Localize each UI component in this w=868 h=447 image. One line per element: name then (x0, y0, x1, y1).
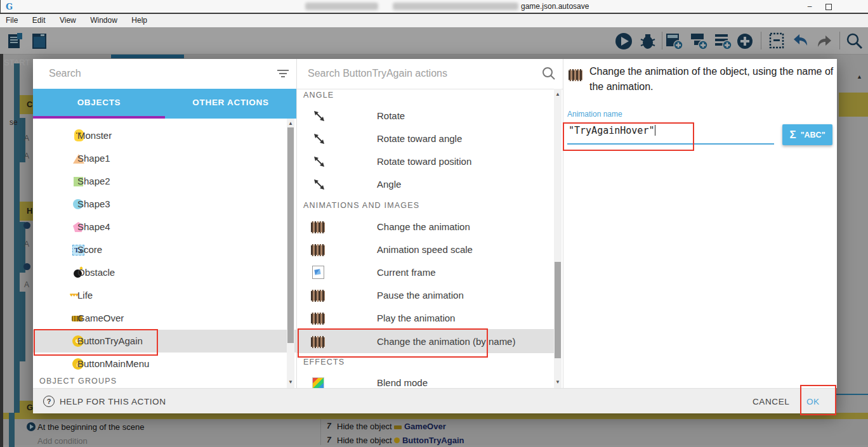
animation-icon (311, 313, 325, 325)
action-list-item[interactable]: Change the animation (297, 216, 563, 238)
expression-editor-button[interactable]: Σ "ABC" (782, 124, 832, 145)
object-list-item[interactable]: Obstacle (33, 261, 296, 284)
menu-view[interactable]: View (54, 14, 82, 25)
object-list-item[interactable]: Shape1 (33, 147, 296, 170)
parameters-panel: Change the animation of the object, usin… (563, 59, 837, 388)
object-groups-header: OBJECT GROUPS (39, 377, 117, 385)
action-list-item[interactable]: Blend mode (297, 372, 563, 388)
menu-edit[interactable]: Edit (27, 14, 51, 25)
parameter-label: Animation name (567, 110, 622, 119)
gdevelop-logo-icon: G (6, 2, 15, 11)
annotation-box-buttontryagain (34, 329, 158, 356)
object-list-item[interactable]: Tx Score (33, 238, 296, 261)
object-list-item[interactable]: ⌂ ButtonMainMenu (33, 353, 296, 375)
instruction-editor-dialog: OBJECTS OTHER ACTIONS Monster Shape1 Sha… (33, 59, 836, 413)
rotate-icon (313, 156, 325, 170)
help-button[interactable]: HELP FOR THIS ACTION (60, 397, 166, 406)
annotation-box-ok-button (800, 385, 836, 415)
action-list-item[interactable]: Angle (297, 173, 563, 196)
scroll-up-arrow[interactable]: ▲ (554, 91, 562, 97)
action-list-item[interactable]: Pause the animation (297, 284, 563, 307)
section-animations: ANIMATIONS AND IMAGES (303, 201, 419, 210)
action-list-item[interactable]: Animation speed scale (297, 238, 563, 261)
animation-icon (311, 244, 325, 256)
restore-button[interactable] (825, 4, 832, 10)
actions-search-input[interactable] (306, 67, 518, 80)
objects-search-input[interactable] (48, 67, 228, 80)
action-list-item[interactable]: Play the animation (297, 307, 563, 330)
search-icon[interactable] (542, 67, 556, 83)
dialog-footer: ? HELP FOR THIS ACTION CANCEL OK (33, 388, 836, 413)
animation-icon (311, 290, 325, 302)
tab-other-actions[interactable]: OTHER ACTIONS (165, 89, 296, 116)
current-frame-icon (312, 266, 324, 279)
rotate-icon (313, 133, 325, 147)
object-list-item[interactable]: GameOver (33, 307, 296, 330)
sigma-icon: Σ (789, 129, 796, 141)
filter-icon[interactable] (277, 68, 289, 82)
scroll-down-arrow[interactable]: ▼ (554, 379, 562, 385)
redacted-title-text (393, 3, 518, 10)
objects-search-bar (33, 59, 296, 89)
scrollbar-thumb[interactable] (555, 262, 561, 358)
annotation-box-animation-name-field (563, 122, 694, 151)
menu-help[interactable]: Help (126, 14, 153, 25)
scroll-down-arrow[interactable]: ▼ (287, 379, 294, 385)
app-window: START C se A A H A A G ▲ ▼ At the beginn… (0, 0, 868, 447)
rotate-icon (313, 110, 325, 124)
minimize-button[interactable]: – (801, 1, 818, 11)
object-list-item[interactable]: Shape4 (33, 216, 296, 238)
action-list-item[interactable]: Rotate toward position (297, 150, 563, 173)
section-effects: EFFECTS (303, 358, 345, 366)
object-list-item[interactable]: Shape2 (33, 170, 296, 193)
tab-objects[interactable]: OBJECTS (33, 89, 165, 116)
object-list-item[interactable]: Monster (33, 124, 296, 147)
section-angle: ANGLE (303, 91, 334, 100)
action-list-item[interactable]: Current frame (297, 261, 563, 284)
title-bar: G game.json.autosave – (0, 0, 868, 13)
redacted-title-text (305, 3, 378, 10)
window-title: game.json.autosave (521, 2, 589, 11)
animation-icon (569, 69, 582, 81)
rotate-icon (313, 179, 325, 193)
action-description: Change the animation of the object, usin… (589, 64, 838, 94)
menu-window[interactable]: Window (84, 14, 123, 25)
menu-file[interactable]: File (0, 14, 23, 25)
scrollbar-thumb[interactable] (287, 127, 294, 343)
scroll-up-arrow[interactable]: ▲ (287, 120, 294, 126)
objects-tabbar: OBJECTS OTHER ACTIONS (33, 89, 296, 119)
cancel-button[interactable]: CANCEL (753, 397, 789, 406)
animation-icon (311, 221, 325, 233)
action-list-item[interactable]: Rotate (297, 105, 563, 127)
object-list-item[interactable]: Shape3 (33, 193, 296, 216)
help-icon[interactable]: ? (43, 396, 55, 407)
object-list-item[interactable]: ♥♥♥ Life (33, 284, 296, 307)
annotation-box-change-animation-by-name (298, 328, 488, 358)
menu-bar: File Edit View Window Help (0, 14, 868, 27)
blend-mode-icon (312, 377, 324, 388)
action-list-item[interactable]: Rotate toward angle (297, 127, 563, 150)
actions-search-bar (297, 59, 563, 89)
